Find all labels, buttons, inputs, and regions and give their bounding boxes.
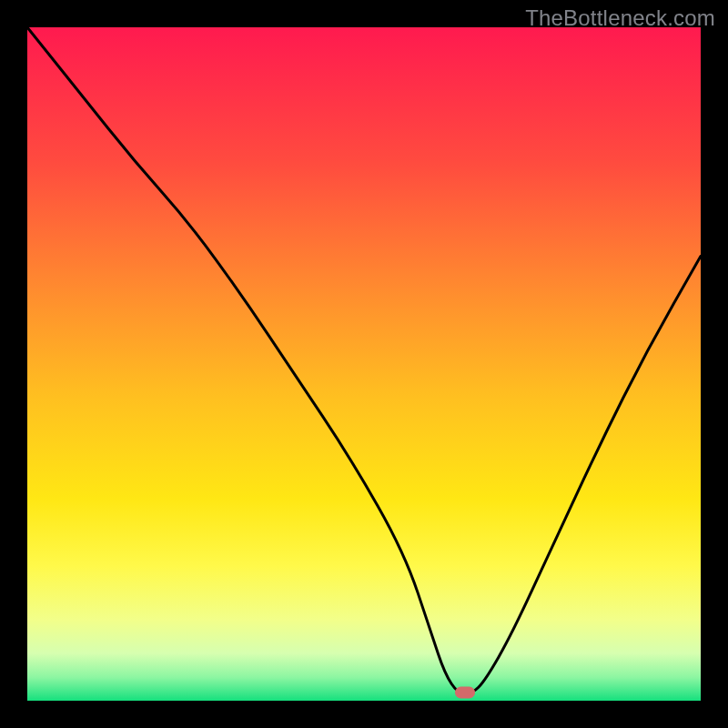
chart-frame: TheBottleneck.com <box>0 0 728 728</box>
plot-area <box>27 27 701 701</box>
bottleneck-curve <box>27 27 701 701</box>
optimal-point-marker <box>455 687 475 699</box>
